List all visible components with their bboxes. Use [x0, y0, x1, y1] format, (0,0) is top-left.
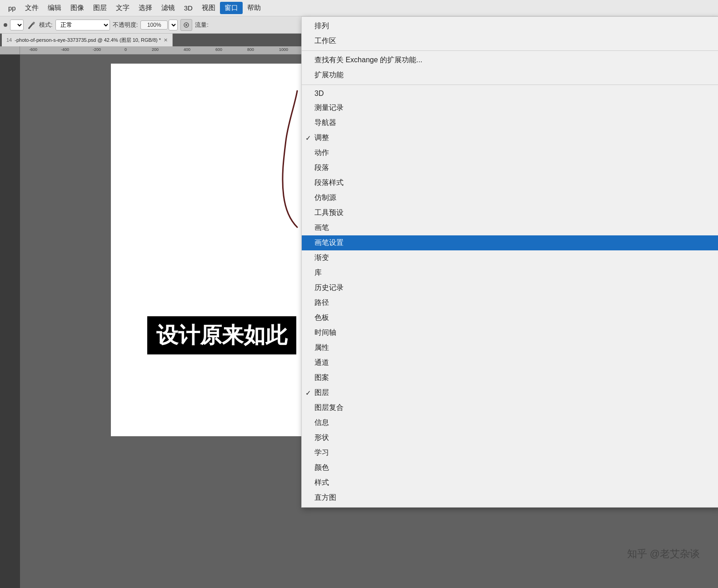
watermark: 知乎 @老艾杂谈: [627, 547, 700, 561]
window-dropdown-menu: 排列工作区查找有关 Exchange 的扩展功能...扩展功能3D测量记录导航器…: [301, 16, 718, 508]
ruler-tick-200: 200: [152, 47, 159, 52]
menu-item-exchange[interactable]: 查找有关 Exchange 的扩展功能...: [302, 53, 718, 68]
menu-item-layers[interactable]: ✓图层: [302, 385, 718, 400]
menu-item-label-3d: 3D: [314, 90, 324, 98]
menu-item-arrange[interactable]: 排列: [302, 19, 718, 34]
menu-item-label-timeline: 时间轴: [314, 328, 336, 338]
menu-item-label-clone-source: 仿制源: [314, 193, 336, 203]
tab-title: -photo-of-person-s-eye-3373735.psd @ 42.…: [15, 37, 161, 44]
brush-dropdown[interactable]: [10, 20, 24, 30]
menu-item-label-channels: 通道: [314, 358, 329, 368]
menu-item-label-adjust: 调整: [314, 133, 329, 143]
menu-item-label-learn: 学习: [314, 448, 329, 458]
menu-item-library[interactable]: 库: [302, 265, 718, 280]
menu-item-label-arrange: 排列: [314, 21, 329, 31]
menu-item-brush[interactable]: 画笔: [302, 220, 718, 235]
menu-item-extensions[interactable]: 扩展功能: [302, 68, 718, 83]
menu-item-patterns[interactable]: 图案: [302, 370, 718, 385]
menu-item-swatches[interactable]: 色板: [302, 310, 718, 325]
menu-item-workspace[interactable]: 工作区: [302, 34, 718, 49]
menu-item-learn[interactable]: 学习: [302, 445, 718, 460]
flow-label: 流量:: [195, 21, 209, 29]
menubar-item-text[interactable]: 文字: [111, 2, 134, 14]
menubar-item-window[interactable]: 窗口: [220, 2, 243, 14]
menu-item-clone-source[interactable]: 仿制源: [302, 190, 718, 205]
menu-item-adjust[interactable]: ✓调整: [302, 130, 718, 145]
tab-close-button[interactable]: ✕: [164, 37, 168, 43]
menu-item-label-shapes: 形状: [314, 433, 329, 443]
canvas-text-overlay: 设计原来如此: [147, 316, 296, 354]
menu-item-label-styles: 样式: [314, 478, 329, 488]
menu-item-timeline[interactable]: 时间轴: [302, 325, 718, 340]
canvas-white: 设计原来如此: [111, 64, 320, 436]
ruler-tick-neg200: -200: [93, 47, 101, 52]
menu-item-label-histogram: 直方图: [314, 493, 336, 503]
menu-item-properties[interactable]: 属性: [302, 340, 718, 355]
menu-item-label-navigator: 导航器: [314, 118, 336, 128]
menu-item-label-actions: 动作: [314, 148, 329, 158]
mode-label: 模式:: [39, 21, 53, 29]
menu-item-history[interactable]: 历史记录: [302, 280, 718, 295]
menu-item-label-layer-comps: 图层复合: [314, 403, 344, 413]
menu-item-navigator[interactable]: 导航器: [302, 115, 718, 130]
menu-item-label-tool-preset: 工具预设: [314, 208, 344, 218]
menu-item-brush-settings[interactable]: 画笔设置: [302, 235, 718, 250]
menubar-item-3d[interactable]: 3D: [180, 2, 197, 14]
ruler-tick-neg400: -400: [61, 47, 69, 52]
ruler-tick-0: 0: [125, 47, 127, 52]
menubar-item-view[interactable]: 视图: [197, 2, 220, 14]
menu-item-label-paragraph: 段落: [314, 163, 329, 173]
menubar-item-file[interactable]: 文件: [20, 2, 43, 14]
opacity-dropdown[interactable]: [169, 20, 178, 30]
menu-item-label-brush: 画笔: [314, 223, 329, 233]
menubar-item-layer[interactable]: 图层: [89, 2, 111, 14]
mode-select[interactable]: 正常: [55, 20, 110, 30]
menu-item-label-swatches: 色板: [314, 313, 329, 323]
menu-item-layer-comps[interactable]: 图层复合: [302, 400, 718, 415]
menu-item-label-measurement: 测量记录: [314, 103, 344, 113]
menu-item-paths[interactable]: 路径: [302, 295, 718, 310]
ruler-tick-1000: 1000: [279, 47, 288, 52]
menu-item-label-layers: 图层: [314, 388, 329, 398]
menu-item-label-paths: 路径: [314, 298, 329, 308]
active-tab[interactable]: 14 -photo-of-person-s-eye-3373735.psd @ …: [2, 34, 173, 46]
menu-item-label-patterns: 图案: [314, 373, 329, 383]
brush-icon: [26, 20, 36, 30]
ruler-tick-800: 800: [247, 47, 254, 52]
menubar-item-filter[interactable]: 滤镜: [157, 2, 180, 14]
menu-separator: [302, 50, 718, 51]
menu-item-label-brush-settings: 画笔设置: [314, 238, 344, 248]
menubar-item-image[interactable]: 图像: [66, 2, 89, 14]
check-mark: ✓: [305, 389, 311, 397]
menubar-item-app[interactable]: pp: [4, 2, 20, 14]
menubar-item-help[interactable]: 帮助: [243, 2, 265, 14]
menu-item-label-info: 信息: [314, 418, 329, 428]
menu-item-label-library: 库: [314, 268, 322, 278]
menu-item-label-workspace: 工作区: [314, 36, 336, 46]
menu-item-tool-preset[interactable]: 工具预设: [302, 205, 718, 220]
menu-item-channels[interactable]: 通道: [302, 355, 718, 370]
menu-item-actions[interactable]: 动作: [302, 145, 718, 160]
menu-item-gradient[interactable]: 渐变: [302, 250, 718, 265]
svg-point-2: [185, 24, 187, 26]
menu-item-shapes[interactable]: 形状: [302, 430, 718, 445]
menu-item-histogram[interactable]: 直方图: [302, 490, 718, 505]
opacity-input[interactable]: [140, 20, 168, 30]
menu-separator: [302, 85, 718, 85]
menu-item-color[interactable]: 颜色: [302, 460, 718, 475]
menu-item-styles[interactable]: 样式: [302, 475, 718, 490]
menu-item-paragraph-style[interactable]: 段落样式: [302, 175, 718, 190]
menubar-item-edit[interactable]: 编辑: [43, 2, 66, 14]
ruler-tick-600: 600: [215, 47, 222, 52]
opacity-label: 不透明度:: [113, 21, 138, 29]
menu-item-3d[interactable]: 3D: [302, 87, 718, 100]
menu-item-label-extensions: 扩展功能: [314, 70, 344, 80]
menu-item-label-paragraph-style: 段落样式: [314, 178, 344, 188]
menu-item-paragraph[interactable]: 段落: [302, 160, 718, 175]
menubar-item-select[interactable]: 选择: [134, 2, 157, 14]
ruler-tick-neg600: -600: [29, 47, 37, 52]
menu-item-info[interactable]: 信息: [302, 415, 718, 430]
menu-item-label-color: 颜色: [314, 463, 329, 473]
menu-item-measurement[interactable]: 测量记录: [302, 100, 718, 115]
pressure-icon-btn[interactable]: [180, 19, 192, 31]
